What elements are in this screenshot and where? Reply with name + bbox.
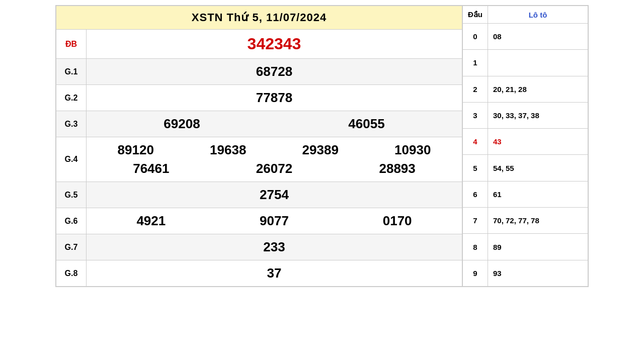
loto-values-9: 93 — [488, 260, 588, 286]
prize-num: 2754 — [260, 187, 289, 202]
loto-dau-5: 5 — [463, 155, 488, 181]
prize-label-g1: G.1 — [56, 59, 87, 85]
prize-value-g2: 77878 — [87, 85, 462, 111]
loto-values-1 — [488, 50, 588, 76]
prize-num: 342343 — [248, 35, 301, 53]
prize-row-g7: G.7233 — [56, 234, 462, 260]
prize-num: 77878 — [256, 90, 292, 105]
loto-dau-9: 9 — [463, 260, 488, 286]
loto-values-4: 43 — [488, 129, 588, 155]
loto-row-1: 1 — [463, 50, 588, 76]
prize-row-g1: G.168728 — [56, 59, 462, 85]
loto-row-9: 993 — [463, 260, 588, 286]
prize-num: 68728 — [256, 64, 292, 79]
prize-num: 4921 — [136, 213, 166, 229]
g4-val: 10930 — [394, 142, 431, 158]
prize-row-g3: G.36920846055 — [56, 111, 462, 137]
loto-row-3: 330, 33, 37, 38 — [463, 102, 588, 128]
prize-num: 0170 — [383, 213, 412, 229]
prize-label-g2: G.2 — [56, 85, 87, 111]
prize-value-db: 342343 — [87, 30, 462, 59]
prize-value-g6: 492190770170 — [87, 208, 462, 234]
results-table: XSTN Thứ 5, 11/07/2024 ĐB342343G.168728G… — [56, 6, 462, 287]
loto-values-8: 89 — [488, 234, 588, 260]
prize-value-g5: 2754 — [87, 182, 462, 208]
prize-value-g4: 89120196382938910930764612607228893 — [87, 137, 462, 182]
g4-val: 29389 — [302, 142, 339, 158]
loto-dau-1: 1 — [463, 50, 488, 76]
loto-row-5: 554, 55 — [463, 155, 588, 181]
prize-value-g1: 68728 — [87, 59, 462, 85]
g4-val: 76461 — [133, 161, 169, 176]
loto-table: Đầu Lô tô 0081220, 21, 28330, 33, 37, 38… — [462, 6, 588, 287]
prize-label-g8: G.8 — [56, 260, 87, 287]
prize-value-g3: 6920846055 — [87, 111, 462, 137]
loto-dau-6: 6 — [463, 181, 488, 207]
prize-value-g8: 37 — [87, 260, 462, 287]
prize-row-g6: G.6492190770170 — [56, 208, 462, 234]
loto-dau-2: 2 — [463, 76, 488, 102]
prize-label-g7: G.7 — [56, 234, 87, 260]
loto-dau-8: 8 — [463, 234, 488, 260]
main-container: XSTN Thứ 5, 11/07/2024 ĐB342343G.168728G… — [55, 5, 589, 287]
loto-values-0: 08 — [488, 24, 588, 50]
prize-row-g4: G.489120196382938910930764612607228893 — [56, 137, 462, 182]
loto-dau-4: 4 — [463, 129, 488, 155]
loto-values-2: 20, 21, 28 — [488, 76, 588, 102]
loto-row-4: 443 — [463, 129, 588, 155]
loto-values-3: 30, 33, 37, 38 — [488, 102, 588, 128]
prize-label-g3: G.3 — [56, 111, 87, 137]
table-header: XSTN Thứ 5, 11/07/2024 — [56, 6, 462, 30]
loto-values-6: 61 — [488, 181, 588, 207]
prize-num: 69208 — [164, 116, 200, 132]
loto-row-2: 220, 21, 28 — [463, 76, 588, 102]
g4-val: 26072 — [256, 161, 292, 176]
loto-header: Lô tô — [488, 6, 588, 24]
prize-value-g7: 233 — [87, 234, 462, 260]
prize-label-g4: G.4 — [56, 137, 87, 182]
prize-label-db: ĐB — [56, 30, 87, 59]
g4-val: 89120 — [118, 142, 154, 158]
prize-num: 9077 — [260, 213, 289, 229]
loto-row-6: 661 — [463, 181, 588, 207]
loto-dau-0: 0 — [463, 24, 488, 50]
prize-row-g2: G.277878 — [56, 85, 462, 111]
loto-dau-3: 3 — [463, 102, 488, 128]
loto-values-7: 70, 72, 77, 78 — [488, 208, 588, 234]
loto-dau-7: 7 — [463, 208, 488, 234]
prize-row-db: ĐB342343 — [56, 30, 462, 59]
prize-label-g6: G.6 — [56, 208, 87, 234]
loto-dau-header: Đầu — [463, 6, 488, 24]
prize-num: 37 — [267, 265, 282, 281]
loto-row-0: 008 — [463, 24, 588, 50]
prize-num: 46055 — [348, 116, 384, 132]
prize-row-g8: G.837 — [56, 260, 462, 287]
prize-label-g5: G.5 — [56, 182, 87, 208]
loto-row-7: 770, 72, 77, 78 — [463, 208, 588, 234]
g4-val: 28893 — [379, 161, 415, 176]
g4-val: 19638 — [210, 142, 246, 158]
prize-row-g5: G.52754 — [56, 182, 462, 208]
loto-row-8: 889 — [463, 234, 588, 260]
prize-num: 233 — [263, 239, 285, 254]
loto-values-5: 54, 55 — [488, 155, 588, 181]
